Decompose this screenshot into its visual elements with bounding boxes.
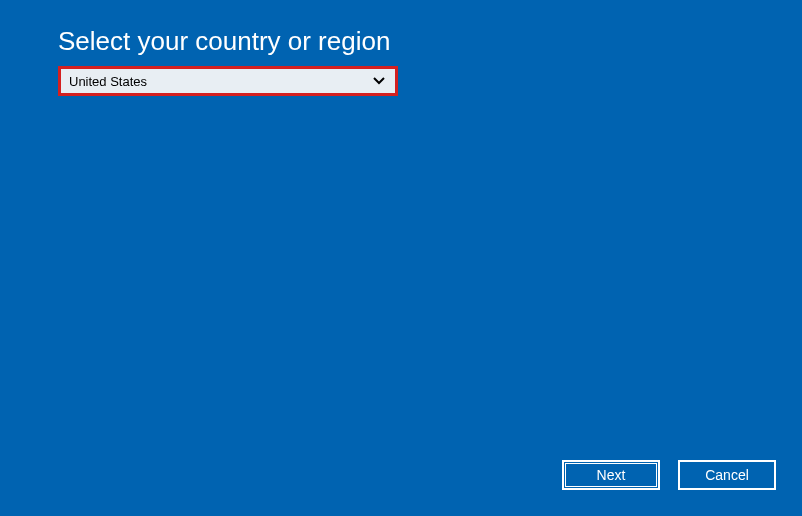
country-dropdown[interactable]: United States (58, 66, 398, 96)
setup-panel: Select your country or region United Sta… (8, 0, 794, 508)
page-title: Select your country or region (58, 26, 390, 57)
next-button[interactable]: Next (562, 460, 660, 490)
country-dropdown-selected: United States (69, 74, 147, 89)
cancel-button[interactable]: Cancel (678, 460, 776, 490)
chevron-down-icon (373, 75, 385, 87)
button-bar: Next Cancel (562, 460, 776, 490)
